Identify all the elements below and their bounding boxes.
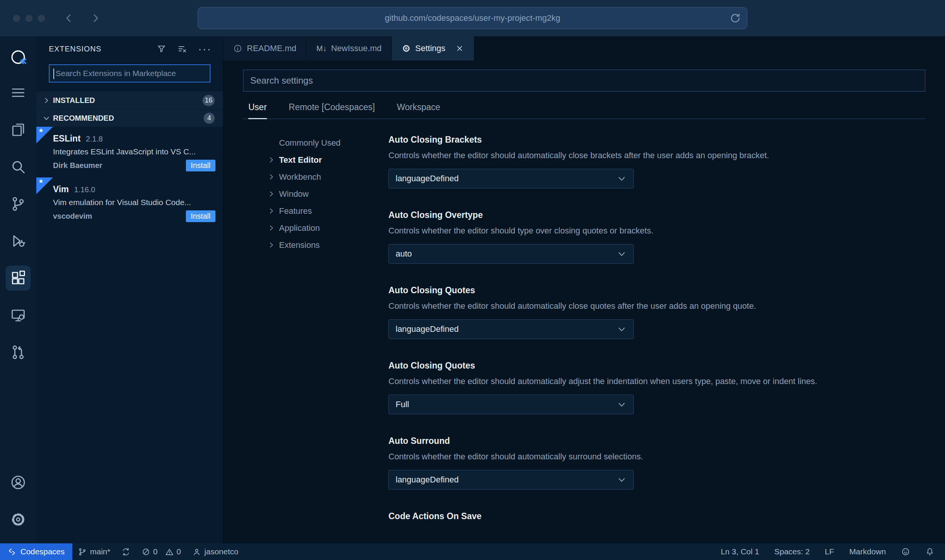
errors-icon [142,548,150,556]
more-actions-icon[interactable]: ··· [198,45,212,53]
language-mode[interactable]: Markdown [849,547,886,556]
text-caret [53,68,54,79]
scope-tab-remote[interactable]: Remote [Codespaces] [289,102,375,118]
extension-item-vim[interactable]: ★ Vim 1.16.0 Vim emulation for Visual St… [36,177,223,228]
close-icon[interactable] [455,44,464,53]
setting-title: Auto Surround [388,436,925,446]
browser-window: github.com/codespaces/user-my-project-mg… [0,0,945,560]
section-installed[interactable]: INSTALLED 16 [36,92,223,109]
codespaces-logo[interactable] [0,40,36,74]
browser-chrome: github.com/codespaces/user-my-project-mg… [0,0,945,36]
extension-name: Vim [53,184,69,194]
tab-settings[interactable]: Settings [392,36,475,61]
star-icon: ★ [38,128,44,134]
menu-icon[interactable] [0,74,36,111]
eol-sequence[interactable]: LF [825,547,834,556]
branch-icon [78,548,87,556]
address-bar[interactable]: github.com/codespaces/user-my-project-mg… [198,7,747,29]
setting-select[interactable]: languageDefined [388,470,634,490]
install-button[interactable]: Install [186,210,215,222]
setting-description: Controls whether the editor should type … [388,225,925,236]
section-recommended[interactable]: RECOMMENDED 4 [36,109,223,127]
setting-select[interactable]: auto [388,244,634,264]
section-label: INSTALLED [53,96,95,105]
extensions-search-input[interactable] [50,65,210,82]
scope-tab-user[interactable]: User [248,102,267,118]
window-maximize-button[interactable] [38,15,45,22]
codespaces-remote-button[interactable]: Codespaces [0,543,72,560]
toc-item-commonly-used[interactable]: Commonly Used [267,134,388,151]
search-icon[interactable] [0,148,36,185]
star-icon: ★ [38,178,44,184]
remote-explorer-icon[interactable] [0,297,36,334]
toc-item-features[interactable]: Features [267,202,388,219]
toc-item-window[interactable]: Window [267,185,388,202]
codespaces-label: Codespaces [20,547,65,556]
indentation[interactable]: Spaces: 2 [774,547,809,556]
url-text: github.com/codespaces/user-my-project-mg… [385,13,560,23]
window-close-button[interactable] [13,15,20,22]
section-label: RECOMMENDED [53,114,114,123]
extension-version: 2.1.8 [86,135,103,143]
explorer-icon[interactable] [0,111,36,148]
setting-select[interactable]: languageDefined [388,319,634,339]
tab-label: README.md [247,44,296,53]
setting-select[interactable]: languageDefined [388,169,634,188]
toc-item-application[interactable]: Application [267,219,388,236]
user-label: jasonetco [204,547,239,556]
extension-author: Dirk Baeumer [53,161,102,170]
toc-item-workbench[interactable]: Workbench [267,168,388,185]
setting-select[interactable]: Full [388,395,634,414]
remote-icon [8,548,16,556]
markdown-icon: M↓ [317,44,327,53]
refresh-icon[interactable] [730,12,741,24]
settings-gear-icon[interactable] [0,501,36,538]
settings-scope-tabs: User Remote [Codespaces] Workspace [243,92,925,119]
sync-button[interactable] [116,543,136,560]
extension-item-eslint[interactable]: ★ ESLint 2.1.8 Integrates ESLint JavaScr… [36,127,223,177]
back-icon[interactable] [63,12,75,24]
settings-search-input[interactable] [243,70,925,91]
branch-label: main* [90,547,111,556]
setting-description: Controls whether the editor should autom… [388,451,925,462]
source-control-icon[interactable] [0,185,36,222]
toc-item-text-editor[interactable]: Text Editor [267,151,388,168]
forward-icon[interactable] [90,12,101,24]
chevron-right-icon [267,173,275,181]
scope-tab-workspace[interactable]: Workspace [397,102,440,118]
toc-item-extensions[interactable]: Extensions [267,236,388,254]
filter-icon[interactable] [156,44,167,54]
person-icon [192,548,201,556]
recommended-ribbon-icon: ★ [36,127,53,143]
user-button[interactable]: jasonetco [187,543,244,560]
problems-button[interactable]: 0 0 [136,543,186,560]
setting-title: Code Actions On Save [388,511,925,522]
notifications-bell-icon[interactable] [925,547,934,556]
extensions-icon[interactable] [0,260,36,297]
setting-item: Auto Surround Controls whether the edito… [388,436,925,490]
chevron-down-icon [617,475,627,485]
feedback-icon[interactable] [901,547,910,556]
cursor-position[interactable]: Ln 3, Col 1 [721,547,759,556]
chevron-right-icon [267,224,275,232]
tab-readme[interactable]: README.md [223,36,307,61]
tab-newissue[interactable]: M↓ NewIssue.md [307,36,392,61]
setting-select-value: Full [396,400,409,409]
status-bar: Codespaces main* 0 0 jasonetco Ln 3, Col [0,543,945,560]
branch-button[interactable]: main* [72,543,116,560]
installed-count-badge: 16 [203,95,215,106]
window-minimize-button[interactable] [25,15,33,22]
extension-version: 1.16.0 [74,185,95,194]
extension-description: Integrates ESLint JavaScript into VS C..… [53,147,215,156]
sync-icon [122,548,130,556]
setting-item: Auto Closing Brackets Controls whether t… [388,134,925,188]
traffic-lights[interactable] [13,15,45,22]
account-icon[interactable] [0,464,36,501]
settings-search-box [243,70,925,92]
pull-request-icon[interactable] [0,334,36,371]
run-debug-icon[interactable] [0,222,36,260]
setting-item: Auto Closing Quotes Controls whether the… [388,285,925,339]
chevron-right-icon [42,96,50,104]
install-button[interactable]: Install [186,160,215,171]
clear-list-icon[interactable] [177,44,187,54]
